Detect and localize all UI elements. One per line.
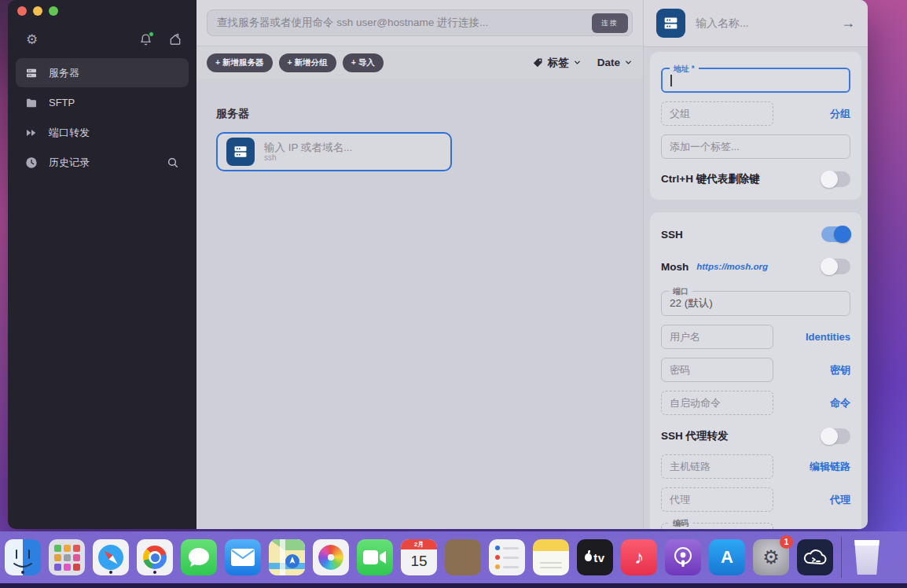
- settings-badge: 1: [780, 535, 793, 549]
- notifications-bell-icon[interactable]: [139, 33, 152, 46]
- port-label: 端口: [669, 286, 692, 297]
- sidebar-item-servers[interactable]: 服务器: [16, 58, 189, 87]
- mosh-link[interactable]: https://mosh.org: [696, 262, 768, 271]
- group-link[interactable]: 分组: [830, 107, 850, 121]
- sidebar-item-label: 服务器: [49, 66, 79, 80]
- home-icon[interactable]: [168, 33, 182, 46]
- apple-logo-icon: [585, 553, 592, 561]
- zoom-button[interactable]: [49, 6, 58, 16]
- ssh-toggle[interactable]: [821, 226, 850, 242]
- address-input[interactable]: 地址 *: [661, 68, 850, 93]
- port-value: 22 (默认): [670, 296, 713, 311]
- toolbar: + 新增服务器 + 新增分组 + 导入 标签 Date: [196, 46, 643, 79]
- proxy-link[interactable]: 代理: [830, 493, 850, 507]
- ctrl-h-label: Ctrl+H 键代表删除键: [661, 172, 760, 186]
- sidebar-item-history[interactable]: 历史记录: [16, 148, 189, 177]
- encoding-link[interactable]: 编码: [830, 528, 850, 529]
- dock-divider: [841, 537, 842, 578]
- dock-messages-icon[interactable]: [181, 539, 217, 575]
- connection-section: SSH Mosh https://mosh.org 端口 22 (默认) 用户名…: [650, 212, 861, 529]
- parent-group-input[interactable]: 父组: [661, 101, 773, 126]
- password-input[interactable]: 密码: [661, 358, 773, 382]
- folder-icon: [25, 97, 38, 109]
- agent-forwarding-toggle[interactable]: [821, 428, 850, 444]
- dock-appstore-icon[interactable]: A: [709, 539, 745, 575]
- sidebar: ⚙ 服务器 SFTP: [8, 0, 196, 529]
- dock-podcasts-icon[interactable]: [665, 539, 701, 575]
- agent-forwarding-label: SSH 代理转发: [661, 429, 729, 443]
- new-server-button[interactable]: + 新增服务器: [207, 53, 273, 72]
- minimize-button[interactable]: [33, 6, 42, 16]
- proxy-input[interactable]: 代理: [661, 487, 773, 512]
- music-note-icon: ♪: [634, 546, 644, 568]
- dock-photos-icon[interactable]: [313, 539, 349, 575]
- ctrl-h-toggle[interactable]: [821, 171, 850, 187]
- startup-command-input[interactable]: 自启动命令: [661, 391, 773, 415]
- dock-music-icon[interactable]: ♪: [621, 539, 657, 575]
- dock-reminders-icon[interactable]: [489, 539, 525, 575]
- app-window: ⚙ 服务器 SFTP: [8, 0, 868, 529]
- connect-button[interactable]: 连接: [592, 13, 628, 33]
- panel-header: 输入名称... →: [644, 0, 868, 47]
- key-link[interactable]: 密钥: [830, 363, 850, 377]
- username-input[interactable]: 用户名: [661, 325, 773, 349]
- history-icon: [25, 156, 38, 169]
- calendar-day: 15: [410, 553, 427, 570]
- dock-appletv-icon[interactable]: tv: [577, 539, 613, 575]
- tag-input[interactable]: 添加一个标签...: [661, 134, 850, 159]
- host-chain-input[interactable]: 主机链路: [661, 454, 773, 479]
- encoding-label: 编码: [669, 518, 692, 529]
- host-protocol: ssh: [264, 153, 352, 163]
- host-edit-panel: 输入名称... → 地址 * 父组 分组 添加一个标签... Ctrl+H 键代…: [643, 0, 868, 529]
- name-input[interactable]: 输入名称...: [696, 17, 831, 31]
- general-section: 地址 * 父组 分组 添加一个标签... Ctrl+H 键代表删除键: [650, 52, 861, 200]
- desktop: { "colors": { "accent_blue": "#2e71d8", …: [0, 0, 907, 588]
- close-button[interactable]: [17, 6, 27, 16]
- dock-launchpad-icon[interactable]: [49, 539, 85, 575]
- port-input[interactable]: 端口 22 (默认): [661, 291, 850, 316]
- settings-gear-icon[interactable]: ⚙: [26, 33, 38, 46]
- dock-safari-icon[interactable]: [93, 539, 129, 575]
- sidebar-item-label: SFTP: [49, 97, 75, 108]
- dock-trash-icon[interactable]: [853, 540, 881, 575]
- identities-link[interactable]: Identities: [806, 331, 850, 343]
- date-filter-dropdown[interactable]: Date: [597, 57, 633, 68]
- panel-body: 地址 * 父组 分组 添加一个标签... Ctrl+H 键代表删除键: [644, 47, 868, 529]
- dock-calendar-icon[interactable]: 2月 15: [401, 539, 437, 575]
- dock-contacts-icon[interactable]: [445, 539, 481, 575]
- section-title: 服务器: [216, 107, 623, 121]
- tag-filter-dropdown[interactable]: 标签: [532, 56, 582, 70]
- address-label: 地址 *: [670, 64, 699, 75]
- chevron-down-icon: [624, 58, 633, 67]
- search-icon[interactable]: [167, 156, 179, 169]
- gear-icon: ⚙: [762, 546, 780, 568]
- calendar-month: 2月: [401, 539, 437, 549]
- chevron-down-icon: [573, 58, 582, 67]
- dock-settings-icon[interactable]: ⚙ 1: [753, 539, 789, 575]
- new-host-card[interactable]: 输入 IP 或者域名... ssh: [216, 132, 452, 171]
- sidebar-item-port-forwarding[interactable]: 端口转发: [16, 118, 189, 147]
- submit-arrow-icon[interactable]: →: [841, 15, 855, 31]
- screen-bottom-edge: [0, 583, 907, 588]
- host-ip-placeholder: 输入 IP 或者域名...: [264, 141, 352, 153]
- mosh-toggle[interactable]: [821, 259, 850, 274]
- dock-chrome-icon[interactable]: [137, 539, 173, 575]
- new-group-button[interactable]: + 新增分组: [279, 53, 336, 72]
- window-controls: [8, 6, 196, 16]
- server-icon: [25, 67, 38, 79]
- dock-mail-icon[interactable]: [225, 539, 261, 575]
- dock-notes-icon[interactable]: [533, 539, 569, 575]
- server-list: 服务器 输入 IP 或者域名... ssh: [196, 79, 643, 529]
- sidebar-item-sftp[interactable]: SFTP: [16, 88, 189, 117]
- dock-facetime-icon[interactable]: [357, 539, 393, 575]
- encoding-input[interactable]: 编码 UTF-8 (默认): [661, 523, 773, 529]
- command-link[interactable]: 命令: [830, 396, 850, 410]
- import-button[interactable]: + 导入: [343, 53, 384, 72]
- dock: 2月 15 tv ♪ A ⚙ 1: [0, 531, 907, 583]
- dock-maps-icon[interactable]: [269, 539, 305, 575]
- dock-termius-icon[interactable]: [797, 539, 833, 575]
- search-input[interactable]: 查找服务器或者使用命令 ssh user@hostname 进行连接... 连接: [207, 9, 633, 36]
- dock-finder-icon[interactable]: [5, 539, 41, 575]
- server-app-icon: [656, 9, 685, 38]
- edit-chain-link[interactable]: 编辑链路: [810, 460, 850, 474]
